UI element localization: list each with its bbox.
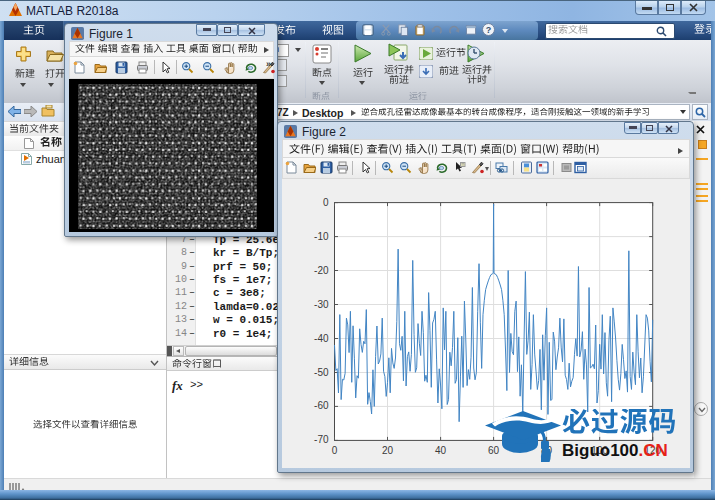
svg-text:0: 0 — [323, 197, 329, 208]
svg-text:-70: -70 — [314, 434, 329, 445]
svg-text:80: 80 — [541, 445, 553, 456]
svg-text:-10: -10 — [314, 231, 329, 242]
svg-text:40: 40 — [435, 445, 447, 456]
svg-text:-30: -30 — [314, 299, 329, 310]
svg-text:-60: -60 — [314, 400, 329, 411]
svg-text:0: 0 — [332, 445, 338, 456]
svg-text:20: 20 — [382, 445, 394, 456]
svg-text:-20: -20 — [314, 265, 329, 276]
svg-text:120: 120 — [644, 445, 661, 456]
svg-text:-40: -40 — [314, 333, 329, 344]
svg-text:-50: -50 — [314, 367, 329, 378]
svg-text:100: 100 — [591, 445, 608, 456]
svg-text:60: 60 — [488, 445, 500, 456]
